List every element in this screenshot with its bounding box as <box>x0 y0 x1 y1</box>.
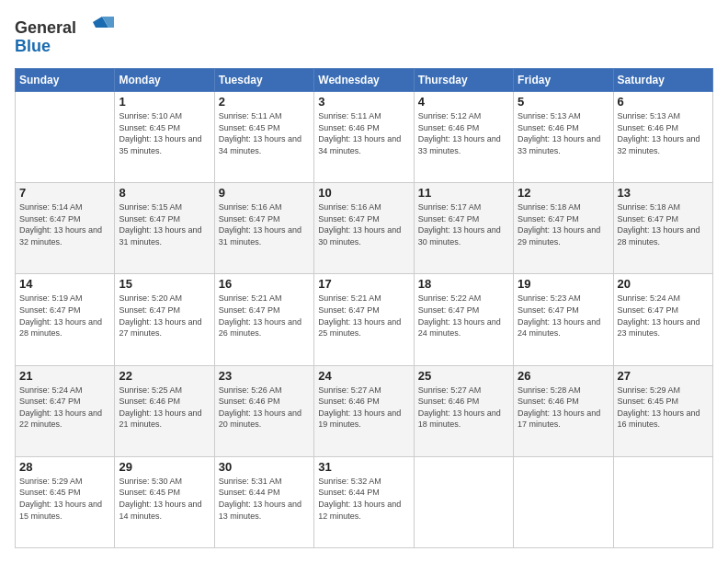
daylight: Daylight: 13 hours and 17 minutes. <box>518 408 600 430</box>
sunrise: Sunrise: 5:16 AM <box>219 202 282 212</box>
day-number: 1 <box>119 95 210 109</box>
day-number: 27 <box>618 369 709 383</box>
sunset: Sunset: 6:46 PM <box>219 396 280 406</box>
day-number: 19 <box>518 277 609 291</box>
calendar-cell: 6 Sunrise: 5:13 AM Sunset: 6:46 PM Dayli… <box>613 92 712 183</box>
calendar-cell: 4 Sunrise: 5:12 AM Sunset: 6:46 PM Dayli… <box>414 92 513 183</box>
day-info: Sunrise: 5:31 AM Sunset: 6:44 PM Dayligh… <box>219 476 310 522</box>
sunrise: Sunrise: 5:13 AM <box>518 111 581 121</box>
sunset: Sunset: 6:47 PM <box>318 305 380 315</box>
logo: General Blue <box>15 15 116 59</box>
calendar-week-row: 28 Sunrise: 5:29 AM Sunset: 6:45 PM Dayl… <box>16 456 713 547</box>
day-info: Sunrise: 5:10 AM Sunset: 6:45 PM Dayligh… <box>119 110 210 156</box>
calendar-cell: 31 Sunrise: 5:32 AM Sunset: 6:44 PM Dayl… <box>314 456 414 547</box>
calendar-cell: 16 Sunrise: 5:21 AM Sunset: 6:47 PM Dayl… <box>214 274 313 365</box>
calendar-cell: 24 Sunrise: 5:27 AM Sunset: 6:46 PM Dayl… <box>314 365 414 456</box>
sunrise: Sunrise: 5:24 AM <box>19 385 83 395</box>
calendar-cell: 13 Sunrise: 5:18 AM Sunset: 6:47 PM Dayl… <box>613 183 712 274</box>
weekday-header: Tuesday <box>214 69 313 92</box>
sunrise: Sunrise: 5:20 AM <box>119 293 182 303</box>
sunset: Sunset: 6:45 PM <box>219 123 280 132</box>
daylight: Daylight: 13 hours and 18 minutes. <box>418 408 501 430</box>
sunset: Sunset: 6:47 PM <box>19 396 81 406</box>
calendar-cell: 5 Sunrise: 5:13 AM Sunset: 6:46 PM Dayli… <box>514 92 613 183</box>
sunrise: Sunrise: 5:12 AM <box>418 111 482 121</box>
calendar-table: SundayMondayTuesdayWednesdayThursdayFrid… <box>15 68 713 548</box>
day-info: Sunrise: 5:11 AM Sunset: 6:46 PM Dayligh… <box>318 110 409 156</box>
day-number: 25 <box>418 369 509 383</box>
header: General Blue <box>15 15 713 59</box>
day-info: Sunrise: 5:14 AM Sunset: 6:47 PM Dayligh… <box>19 201 110 247</box>
day-info: Sunrise: 5:12 AM Sunset: 6:46 PM Dayligh… <box>418 110 509 156</box>
sunset: Sunset: 6:47 PM <box>618 305 679 315</box>
sunrise: Sunrise: 5:24 AM <box>618 293 681 303</box>
calendar-week-row: 21 Sunrise: 5:24 AM Sunset: 6:47 PM Dayl… <box>16 365 713 456</box>
day-number: 24 <box>318 369 409 383</box>
day-number: 31 <box>318 460 409 474</box>
calendar-cell: 3 Sunrise: 5:11 AM Sunset: 6:46 PM Dayli… <box>314 92 414 183</box>
daylight: Daylight: 13 hours and 27 minutes. <box>119 317 201 339</box>
day-number: 16 <box>219 277 310 291</box>
sunrise: Sunrise: 5:22 AM <box>418 293 482 303</box>
sunrise: Sunrise: 5:18 AM <box>518 202 581 212</box>
day-number: 20 <box>618 277 709 291</box>
calendar-header-row: SundayMondayTuesdayWednesdayThursdayFrid… <box>16 69 713 92</box>
sunrise: Sunrise: 5:17 AM <box>418 202 482 212</box>
sunset: Sunset: 6:46 PM <box>518 123 579 132</box>
sunrise: Sunrise: 5:32 AM <box>318 477 381 486</box>
sunrise: Sunrise: 5:25 AM <box>119 385 182 395</box>
calendar-cell <box>613 456 712 547</box>
daylight: Daylight: 13 hours and 19 minutes. <box>318 408 401 430</box>
daylight: Daylight: 13 hours and 24 minutes. <box>418 317 501 339</box>
daylight: Daylight: 13 hours and 30 minutes. <box>318 225 401 247</box>
day-number: 18 <box>418 277 509 291</box>
day-info: Sunrise: 5:27 AM Sunset: 6:46 PM Dayligh… <box>318 385 409 431</box>
calendar-cell: 10 Sunrise: 5:16 AM Sunset: 6:47 PM Dayl… <box>314 183 414 274</box>
day-number: 26 <box>518 369 609 383</box>
day-info: Sunrise: 5:22 AM Sunset: 6:47 PM Dayligh… <box>418 293 509 339</box>
day-number: 12 <box>518 186 609 200</box>
day-number: 5 <box>518 95 609 109</box>
sunset: Sunset: 6:47 PM <box>518 214 579 224</box>
daylight: Daylight: 13 hours and 33 minutes. <box>518 134 600 155</box>
day-info: Sunrise: 5:13 AM Sunset: 6:46 PM Dayligh… <box>518 110 609 156</box>
sunset: Sunset: 6:46 PM <box>318 123 380 132</box>
sunset: Sunset: 6:46 PM <box>418 123 480 132</box>
day-info: Sunrise: 5:13 AM Sunset: 6:46 PM Dayligh… <box>618 110 709 156</box>
calendar-cell: 29 Sunrise: 5:30 AM Sunset: 6:45 PM Dayl… <box>115 456 214 547</box>
sunrise: Sunrise: 5:11 AM <box>318 111 381 121</box>
sunset: Sunset: 6:46 PM <box>119 396 180 406</box>
calendar-cell <box>414 456 513 547</box>
sunset: Sunset: 6:46 PM <box>318 396 380 406</box>
day-info: Sunrise: 5:15 AM Sunset: 6:47 PM Dayligh… <box>119 201 210 247</box>
weekday-header: Saturday <box>613 69 712 92</box>
day-number: 28 <box>19 460 110 474</box>
day-number: 11 <box>418 186 509 200</box>
sunrise: Sunrise: 5:21 AM <box>219 293 282 303</box>
sunset: Sunset: 6:46 PM <box>418 396 480 406</box>
daylight: Daylight: 13 hours and 28 minutes. <box>618 225 700 247</box>
day-info: Sunrise: 5:11 AM Sunset: 6:45 PM Dayligh… <box>219 110 310 156</box>
sunset: Sunset: 6:47 PM <box>219 214 280 224</box>
calendar-cell: 22 Sunrise: 5:25 AM Sunset: 6:46 PM Dayl… <box>115 365 214 456</box>
daylight: Daylight: 13 hours and 31 minutes. <box>219 225 301 247</box>
day-number: 8 <box>119 186 210 200</box>
daylight: Daylight: 13 hours and 25 minutes. <box>318 317 401 339</box>
daylight: Daylight: 13 hours and 33 minutes. <box>418 134 501 155</box>
day-number: 14 <box>19 277 110 291</box>
daylight: Daylight: 13 hours and 15 minutes. <box>19 500 102 521</box>
day-number: 6 <box>618 95 709 109</box>
day-number: 3 <box>318 95 409 109</box>
sunset: Sunset: 6:44 PM <box>219 488 280 497</box>
sunset: Sunset: 6:47 PM <box>518 305 579 315</box>
daylight: Daylight: 13 hours and 32 minutes. <box>618 134 700 155</box>
sunrise: Sunrise: 5:11 AM <box>219 111 282 121</box>
day-info: Sunrise: 5:28 AM Sunset: 6:46 PM Dayligh… <box>518 385 609 431</box>
calendar-cell: 12 Sunrise: 5:18 AM Sunset: 6:47 PM Dayl… <box>514 183 613 274</box>
calendar-cell: 18 Sunrise: 5:22 AM Sunset: 6:47 PM Dayl… <box>414 274 513 365</box>
daylight: Daylight: 13 hours and 29 minutes. <box>518 225 600 247</box>
daylight: Daylight: 13 hours and 30 minutes. <box>418 225 501 247</box>
daylight: Daylight: 13 hours and 12 minutes. <box>318 500 401 521</box>
day-info: Sunrise: 5:29 AM Sunset: 6:45 PM Dayligh… <box>19 476 110 522</box>
daylight: Daylight: 13 hours and 28 minutes. <box>19 317 102 339</box>
